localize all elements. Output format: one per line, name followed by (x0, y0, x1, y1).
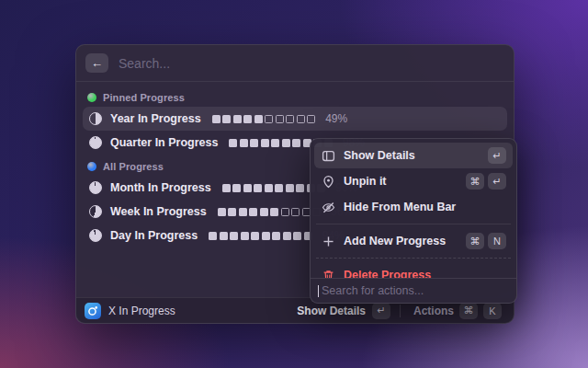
progress-square-filled (251, 232, 259, 240)
k-key-badge: K (483, 303, 502, 319)
progress-square-filled (241, 232, 249, 240)
progress-square-filled (250, 139, 258, 147)
pie-progress-icon (89, 205, 102, 218)
progress-app-icon (85, 303, 101, 319)
progress-square-filled (239, 208, 247, 216)
menu-item-label: Unpin it (344, 175, 458, 188)
search-input[interactable]: Search... (119, 56, 170, 71)
pie-progress-icon (89, 136, 102, 149)
progress-square-filled (249, 208, 257, 216)
progress-square-filled (272, 232, 280, 240)
progress-item-title: Month In Progress (110, 181, 211, 194)
actions-label: Actions (413, 305, 454, 317)
pie-progress-icon (89, 181, 102, 194)
sidebar-icon (321, 149, 335, 163)
key-badge: ↵ (488, 147, 506, 164)
key-badge: N (488, 233, 506, 249)
actions-search-input[interactable]: Search for actions... (320, 284, 424, 297)
progress-square-filled (220, 232, 228, 240)
section-dot-icon (87, 93, 96, 102)
progress-squares (212, 115, 316, 123)
menu-item-label: Show Details (344, 149, 480, 162)
progress-square-filled (271, 139, 279, 147)
desktop-background: ← Search... Pinned ProgressYear In Progr… (0, 0, 588, 368)
progress-square-filled (262, 232, 270, 240)
key-badge: ↵ (488, 173, 506, 190)
progress-squares (209, 232, 312, 240)
menu-item[interactable]: Add New Progress⌘N (314, 228, 513, 254)
progress-square-empty (297, 115, 305, 123)
menu-item[interactable]: Hide From Menu Bar (314, 194, 513, 220)
menu-divider (316, 224, 511, 224)
menu-item-keys: ⌘N (466, 233, 506, 249)
progress-square-filled (292, 139, 300, 147)
menu-item[interactable]: Show Details↵ (314, 143, 513, 168)
progress-item-title: Week In Progress (110, 205, 207, 218)
progress-percent: 49% (325, 112, 347, 125)
list-item[interactable]: Year In Progress49% (83, 107, 507, 131)
progress-square-filled (275, 184, 283, 192)
status-divider (400, 305, 401, 317)
menu-item[interactable]: Delete Progress (314, 262, 513, 278)
menu-item[interactable]: Unpin it⌘↵ (314, 168, 513, 194)
progress-square-filled (265, 184, 273, 192)
section-dot-icon (87, 162, 96, 171)
progress-square-empty (286, 115, 294, 123)
progress-square-filled (218, 208, 226, 216)
progress-square-filled (243, 184, 252, 192)
plus-icon (321, 235, 335, 248)
section-label: Pinned Progress (103, 92, 185, 103)
progress-square-filled (229, 139, 237, 147)
progress-square-filled (222, 115, 231, 123)
clipped-row-wrapper: Delete Progress (314, 262, 513, 278)
progress-square-filled (296, 184, 304, 192)
progress-square-filled (261, 139, 269, 147)
progress-item-title: Year In Progress (110, 112, 201, 125)
progress-square-filled (233, 115, 242, 123)
progress-square-filled (254, 115, 263, 123)
progress-square-filled (232, 184, 241, 192)
progress-square-filled (286, 184, 294, 192)
progress-square-empty (265, 115, 273, 123)
progress-square-filled (230, 232, 238, 240)
progress-square-empty (307, 115, 315, 123)
progress-square-filled (212, 115, 220, 123)
progress-item-title: Day In Progress (110, 229, 198, 242)
progress-square-filled (270, 208, 278, 216)
progress-item-title: Quarter In Progress (110, 136, 218, 149)
cmd-key-badge: ⌘ (459, 303, 478, 319)
section-label: All Progress (103, 161, 164, 172)
progress-square-filled (283, 232, 291, 240)
back-button[interactable]: ← (85, 53, 108, 73)
search-bar: ← Search... (76, 45, 514, 82)
show-details-action[interactable]: Show Details (297, 305, 366, 317)
menu-item-label: Delete Progress (344, 269, 506, 278)
menu-item-label: Hide From Menu Bar (344, 201, 506, 213)
progress-square-filled (282, 139, 290, 147)
pie-progress-icon (89, 112, 102, 125)
progress-square-filled (260, 208, 268, 216)
progress-square-filled (222, 184, 231, 192)
menu-item-keys: ⌘↵ (466, 173, 506, 190)
text-caret (318, 285, 319, 297)
menu-item-keys: ↵ (488, 147, 506, 164)
progress-square-empty (276, 115, 284, 123)
enter-key-badge: ↵ (372, 303, 390, 319)
progress-square-filled (209, 232, 217, 240)
actions-menu: Show Details↵Unpin it⌘↵Hide From Menu Ba… (310, 138, 517, 304)
section-header: Pinned Progress (83, 88, 507, 107)
progress-square-empty (281, 208, 289, 216)
pin-icon (321, 175, 335, 189)
progress-square-filled (228, 208, 236, 216)
key-badge: ⌘ (466, 233, 484, 249)
progress-square-filled (254, 184, 262, 192)
actions-search-bar: Search for actions... (311, 278, 516, 303)
progress-square-filled (240, 139, 248, 147)
key-badge: ⌘ (466, 173, 484, 190)
menu-divider-dashed (316, 258, 511, 259)
arrow-left-icon: ← (91, 56, 103, 70)
progress-square-filled (243, 115, 252, 123)
progress-square-empty (291, 208, 300, 216)
status-app-label: X In Progress (108, 305, 175, 317)
menu-item-label: Add New Progress (344, 235, 458, 247)
